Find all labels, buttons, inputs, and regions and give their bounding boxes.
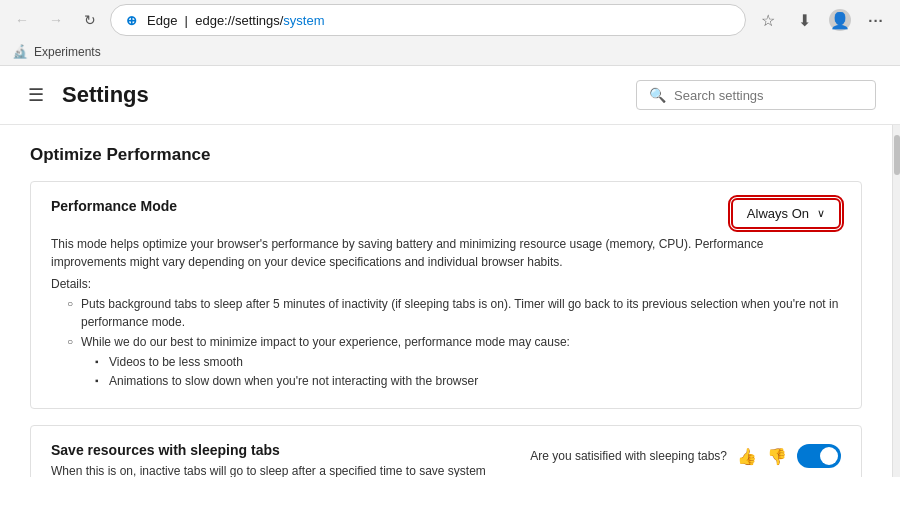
performance-mode-dropdown[interactable]: Always On ∨	[731, 198, 841, 229]
sleeping-tabs-card: Save resources with sleeping tabs When t…	[30, 425, 862, 477]
refresh-button[interactable]: ↻	[76, 6, 104, 34]
forward-icon: →	[49, 12, 63, 28]
settings-content: Optimize Performance Performance Mode Al…	[0, 125, 892, 477]
hamburger-icon: ☰	[28, 85, 44, 105]
toolbar-icons: ☆ ⬇ 👤 ···	[752, 4, 892, 36]
sleeping-tabs-row: Save resources with sleeping tabs When t…	[51, 442, 841, 477]
sleeping-tabs-toggle[interactable]	[797, 444, 841, 468]
address-bar[interactable]: ⊕ Edge | edge://settings/system	[110, 4, 746, 36]
download-icon: ⬇	[798, 11, 811, 30]
performance-bullet-list: Puts background tabs to sleep after 5 mi…	[51, 295, 841, 390]
page-title: Settings	[62, 82, 149, 108]
sub-bullet-list: Videos to be less smooth Animations to s…	[81, 353, 841, 390]
more-icon: ···	[868, 12, 884, 29]
sleeping-tabs-description: When this is on, inactive tabs will go t…	[51, 462, 510, 477]
refresh-icon: ↻	[84, 12, 96, 28]
download-button[interactable]: ⬇	[788, 4, 820, 36]
profile-button[interactable]: 👤	[824, 4, 856, 36]
address-bar-row: ← → ↻ ⊕ Edge | edge://settings/system ☆ …	[0, 0, 900, 40]
address-text: Edge | edge://settings/system	[147, 13, 325, 28]
sub-bullet-item-1: Videos to be less smooth	[95, 353, 841, 371]
search-input[interactable]	[674, 88, 863, 103]
beaker-icon: 🔬	[12, 44, 28, 59]
performance-card-description: This mode helps optimize your browser's …	[51, 235, 841, 271]
search-icon: 🔍	[649, 87, 666, 103]
back-icon: ←	[15, 12, 29, 28]
bullet-item-2: While we do our best to minimize impact …	[67, 333, 841, 390]
performance-card-title: Performance Mode	[51, 198, 177, 214]
star-icon: ☆	[761, 11, 775, 30]
thumbs-up-button[interactable]: 👍	[737, 447, 757, 466]
search-settings-box[interactable]: 🔍	[636, 80, 876, 110]
page-scrollbar[interactable]	[892, 125, 900, 477]
hamburger-button[interactable]: ☰	[24, 80, 48, 110]
bullet-item-1: Puts background tabs to sleep after 5 mi…	[67, 295, 841, 331]
edge-favicon: ⊕	[123, 12, 139, 28]
settings-title-area: ☰ Settings	[24, 80, 149, 110]
experiments-label: Experiments	[34, 45, 101, 59]
sleeping-tabs-title: Save resources with sleeping tabs	[51, 442, 510, 458]
sleeping-tabs-left: Save resources with sleeping tabs When t…	[51, 442, 510, 477]
details-label: Details:	[51, 277, 841, 291]
settings-page: ☰ Settings 🔍 Optimize Performance Perfor…	[0, 66, 900, 477]
back-button[interactable]: ←	[8, 6, 36, 34]
performance-card-header: Performance Mode Always On ∨	[51, 198, 841, 229]
browser-chrome: ← → ↻ ⊕ Edge | edge://settings/system ☆ …	[0, 0, 900, 66]
thumbs-down-button[interactable]: 👎	[767, 447, 787, 466]
toggle-knob	[820, 447, 838, 465]
more-button[interactable]: ···	[860, 4, 892, 36]
settings-header: ☰ Settings 🔍	[0, 66, 900, 125]
sub-bullet-item-2: Animations to slow down when you're not …	[95, 372, 841, 390]
chevron-down-icon: ∨	[817, 207, 825, 220]
feedback-text: Are you satisified with sleeping tabs?	[530, 449, 727, 463]
scrollbar-thumb	[894, 135, 900, 175]
profile-icon: 👤	[829, 9, 851, 31]
performance-mode-card: Performance Mode Always On ∨ This mode h…	[30, 181, 862, 409]
forward-button[interactable]: →	[42, 6, 70, 34]
sleeping-tabs-right: Are you satisified with sleeping tabs? 👍…	[530, 442, 841, 468]
favorites-button[interactable]: ☆	[752, 4, 784, 36]
experiments-bar: 🔬 Experiments	[0, 40, 900, 65]
dropdown-value: Always On	[747, 206, 809, 221]
section-title: Optimize Performance	[30, 145, 862, 165]
